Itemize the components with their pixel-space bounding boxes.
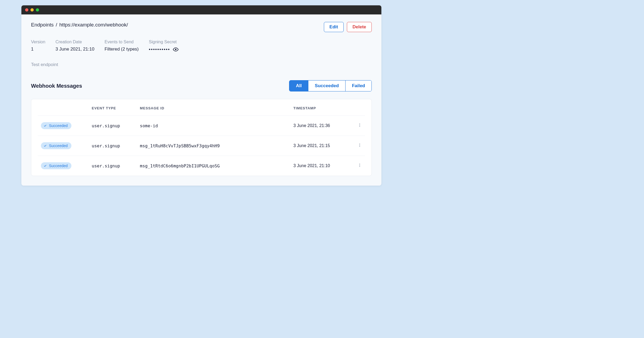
window-maximize-icon[interactable]: [36, 8, 39, 11]
meta-signing-secret: Signing Secret ••••••••••: [149, 40, 179, 52]
col-timestamp: TIMESTAMP: [290, 99, 352, 116]
status-text: Succeeded: [49, 144, 68, 148]
timestamp-cell: 3 June 2021, 21:15: [290, 136, 352, 156]
svg-point-5: [359, 145, 360, 146]
edit-button[interactable]: Edit: [324, 22, 344, 32]
svg-point-1: [359, 124, 360, 124]
event-type-cell: user.signup: [89, 116, 137, 136]
table-row[interactable]: Succeeded user.signup msg_1tRtdC6o6mgnbP…: [38, 156, 365, 176]
secret-masked: ••••••••••: [149, 47, 170, 52]
meta-creation-value: 3 June 2021, 21:10: [55, 47, 94, 52]
table-row[interactable]: Succeeded user.signup some-id 3 June 202…: [38, 116, 365, 136]
svg-point-4: [359, 144, 360, 144]
page-header: Endpoints / https://example.com/webhook/…: [31, 22, 372, 32]
status-filter-group: All Succeeded Failed: [289, 80, 372, 91]
meta-events: Events to Send Filtered (2 types): [105, 40, 139, 52]
timestamp-cell: 3 June 2021, 21:10: [290, 156, 352, 176]
status-badge: Succeeded: [41, 122, 71, 129]
section-title: Webhook Messages: [31, 83, 82, 89]
page-content: Endpoints / https://example.com/webhook/…: [21, 14, 381, 186]
message-id-cell: some-id: [137, 116, 290, 136]
messages-table: EVENT TYPE MESSAGE ID TIMESTAMP Succeede…: [38, 99, 365, 176]
svg-point-3: [359, 126, 360, 127]
timestamp-cell: 3 June 2021, 21:36: [290, 116, 352, 136]
meta-events-value: Filtered (2 types): [105, 47, 139, 52]
col-event-type: EVENT TYPE: [89, 99, 137, 116]
svg-point-7: [359, 164, 360, 164]
filter-all[interactable]: All: [289, 80, 308, 91]
svg-point-9: [359, 166, 360, 167]
table-header-row: EVENT TYPE MESSAGE ID TIMESTAMP: [38, 99, 365, 116]
table-row[interactable]: Succeeded user.signup msg_1tRuH8cVvTJpSB…: [38, 136, 365, 156]
svg-point-6: [359, 146, 360, 147]
status-text: Succeeded: [49, 124, 68, 128]
endpoint-meta: Version 1 Creation Date 3 June 2021, 21:…: [31, 40, 372, 52]
header-actions: Edit Delete: [324, 22, 372, 32]
meta-creation-date: Creation Date 3 June 2021, 21:10: [55, 40, 94, 52]
event-type-cell: user.signup: [89, 156, 137, 176]
meta-secret-label: Signing Secret: [149, 40, 179, 44]
meta-secret-value: ••••••••••: [149, 47, 179, 52]
messages-section-header: Webhook Messages All Succeeded Failed: [31, 80, 372, 91]
status-badge: Succeeded: [41, 142, 71, 149]
messages-table-card: EVENT TYPE MESSAGE ID TIMESTAMP Succeede…: [31, 99, 372, 176]
meta-creation-label: Creation Date: [55, 40, 94, 44]
event-type-cell: user.signup: [89, 136, 137, 156]
filter-succeeded[interactable]: Succeeded: [308, 80, 345, 91]
col-status: [38, 99, 89, 116]
meta-version: Version 1: [31, 40, 45, 52]
col-message-id: MESSAGE ID: [137, 99, 290, 116]
svg-point-2: [359, 125, 360, 126]
meta-version-label: Version: [31, 40, 45, 44]
check-icon: [44, 164, 47, 167]
breadcrumb-current: https://example.com/webhook/: [59, 22, 128, 28]
titlebar: [21, 5, 381, 14]
meta-version-value: 1: [31, 47, 45, 52]
test-endpoint-link[interactable]: Test endpoint: [31, 62, 372, 67]
delete-button[interactable]: Delete: [347, 22, 372, 32]
check-icon: [44, 144, 47, 147]
breadcrumb-root[interactable]: Endpoints: [31, 22, 54, 28]
reveal-secret-icon[interactable]: [173, 47, 179, 52]
row-menu-button[interactable]: [358, 143, 362, 147]
svg-point-0: [175, 49, 177, 50]
message-id-cell: msg_1tRuH8cVvTJpSBB5wxF3gqy4hH9: [137, 136, 290, 156]
breadcrumb-separator: /: [56, 22, 57, 28]
svg-point-8: [359, 165, 360, 166]
window-minimize-icon[interactable]: [30, 8, 34, 11]
meta-events-label: Events to Send: [105, 40, 139, 44]
message-id-cell: msg_1tRtdC6o6mgnbP2bI1UPGULqoSG: [137, 156, 290, 176]
status-badge: Succeeded: [41, 162, 71, 169]
breadcrumb: Endpoints / https://example.com/webhook/: [31, 22, 128, 28]
row-menu-button[interactable]: [358, 163, 362, 167]
app-window: Endpoints / https://example.com/webhook/…: [21, 5, 381, 186]
filter-failed[interactable]: Failed: [345, 80, 371, 91]
col-actions: [352, 99, 365, 116]
window-close-icon[interactable]: [25, 8, 28, 11]
status-text: Succeeded: [49, 164, 68, 168]
row-menu-button[interactable]: [358, 123, 362, 127]
check-icon: [44, 124, 47, 127]
